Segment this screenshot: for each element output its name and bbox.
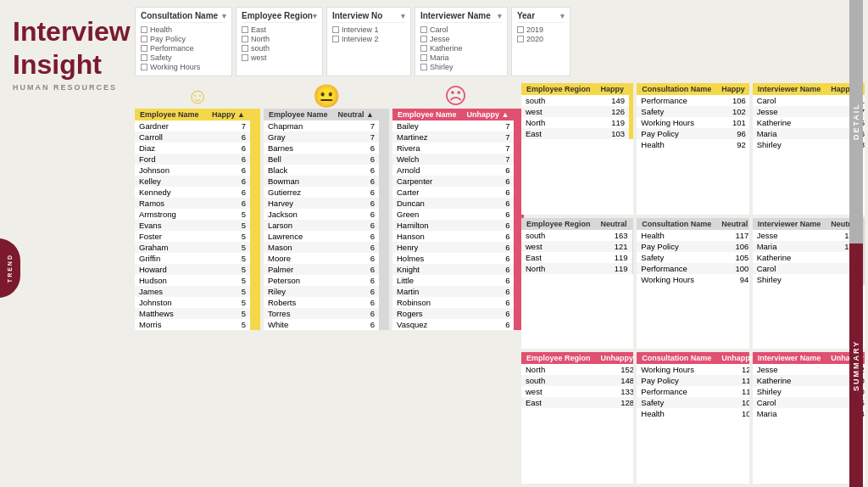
in-col1[interactable]: Interviewer Name (753, 218, 826, 230)
filter-consultation[interactable]: Consultation Name ▾ Health Pay Policy Pe… (135, 7, 232, 76)
filter-consultation-label: Consultation Name (141, 11, 218, 20)
neutral-col-value[interactable]: Neutral ▲ (333, 109, 379, 120)
filter-interview-arrow[interactable]: ▾ (401, 12, 405, 20)
filter-checkbox[interactable] (517, 26, 524, 33)
table-row: Safety102 (637, 106, 748, 117)
table-row: Foster5 (135, 231, 260, 242)
cn-col2[interactable]: Neutral (716, 218, 748, 230)
happy-col-name[interactable]: Employee Name (135, 109, 206, 120)
consult-neutral-container: Consultation Name Neutral Health117Pay P… (637, 218, 748, 350)
tables-area: ☺ Employee Name Happy ▲ Gardner7Carroll6… (131, 80, 868, 487)
rn-bar (632, 218, 634, 230)
filter-checkbox[interactable] (141, 64, 147, 70)
filter-checkbox[interactable] (420, 36, 427, 42)
unhappy-section: ☹ Employee Name Unhappy ▲ Bailey7Martine… (392, 83, 518, 484)
table-row: Carpenter6 (392, 176, 524, 187)
table-row: Kennedy6 (135, 187, 260, 198)
filter-interviewer-label: Interviewer Name (420, 11, 491, 20)
filter-checkbox[interactable] (141, 45, 147, 52)
table-row: Graham5 (135, 242, 260, 253)
unhappy-col-value[interactable]: Unhappy ▲ (462, 109, 515, 120)
filter-checkbox[interactable] (242, 45, 248, 52)
happy-col-bar-header (250, 109, 260, 120)
filter-checkbox[interactable] (420, 64, 427, 70)
table-row: Harvey6 (264, 198, 389, 209)
table-row: Hanson6 (392, 231, 524, 242)
filter-year[interactable]: Year ▾ 2019 2020 (511, 7, 570, 76)
table-row: Chapman7 (264, 120, 389, 132)
table-row: Arnold6 (392, 165, 524, 176)
rh-col2[interactable]: Happy (596, 83, 630, 95)
side-tabs-container: detail summary (844, 0, 868, 487)
table-row: Robinson6 (392, 297, 524, 308)
table-row: Black6 (264, 165, 389, 176)
table-row: Roberts6 (264, 297, 389, 308)
table-row: Little6 (392, 275, 524, 286)
filter-employee-region[interactable]: Employee Region ▾ East North south west (236, 7, 323, 76)
cu-col2[interactable]: Unhappy (716, 352, 748, 364)
table-row: Performance110 (637, 386, 748, 397)
happy-emoji: ☺ (135, 85, 260, 107)
unhappy-col-name[interactable]: Employee Name (392, 109, 462, 120)
iu-col1[interactable]: Interviewer Name (753, 352, 826, 364)
ch-col1[interactable]: Consultation Name (637, 83, 716, 95)
cn-col1[interactable]: Consultation Name (637, 218, 716, 230)
filter-checkbox[interactable] (242, 54, 248, 61)
table-row: Johnston5 (135, 297, 260, 308)
filter-checkbox[interactable] (141, 26, 147, 33)
table-row: Gray7 (264, 132, 389, 143)
happy-col-value[interactable]: Happy ▲ (206, 109, 250, 120)
rn-col1[interactable]: Employee Region (521, 218, 596, 230)
filter-checkbox[interactable] (332, 26, 339, 33)
filter-checkbox[interactable] (242, 36, 248, 42)
filter-checkbox[interactable] (141, 36, 147, 42)
rn-col2[interactable]: Neutral (596, 218, 632, 230)
table-row: south163 (521, 230, 633, 241)
table-row: Martin6 (392, 286, 524, 297)
consult-unhappy-table: Consultation Name Unhappy Working Hours1… (637, 352, 748, 419)
table-row: Hamilton6 (392, 220, 524, 231)
table-row: Ramos6 (135, 198, 260, 209)
detail-tab[interactable]: detail (849, 0, 863, 244)
filter-consultation-arrow[interactable]: ▾ (222, 12, 226, 20)
rh-col1[interactable]: Employee Region (521, 83, 596, 95)
filter-region-label: Employee Region (242, 11, 313, 20)
ch-col2[interactable]: Happy (716, 83, 748, 95)
filter-checkbox[interactable] (242, 26, 248, 33)
summary-tab[interactable]: summary (849, 244, 863, 487)
table-row: Matthews5 (135, 308, 260, 319)
filter-interviewer-arrow[interactable]: ▾ (498, 12, 502, 20)
cu-col1[interactable]: Consultation Name (637, 352, 716, 364)
table-row: Barnes6 (264, 143, 389, 154)
table-row: Morris5 (135, 319, 260, 330)
filter-checkbox[interactable] (517, 36, 524, 42)
trend-tab-label[interactable]: trend (7, 254, 13, 283)
ru-col2[interactable]: Unhappy (596, 352, 634, 364)
table-row: Rogers6 (392, 308, 524, 319)
filter-interviewer-name[interactable]: Interviewer Name ▾ Carol Jesse Katherine… (415, 7, 508, 76)
table-row: Palmer6 (264, 264, 389, 275)
filter-interview-no[interactable]: Interview No ▾ Interview 1 Interview 2 (326, 7, 411, 76)
table-row: East103 (521, 128, 633, 139)
filter-checkbox[interactable] (420, 54, 427, 61)
table-row: Johnson6 (135, 165, 260, 176)
table-row: East128 (521, 397, 633, 408)
unhappy-emoji: ☹ (392, 85, 518, 107)
filter-year-arrow[interactable]: ▾ (560, 12, 565, 20)
ru-col1[interactable]: Employee Region (521, 352, 596, 364)
consult-unhappy-container: Consultation Name Unhappy Working Hours1… (637, 352, 748, 484)
filter-checkbox[interactable] (420, 45, 427, 52)
filter-region-arrow[interactable]: ▾ (313, 12, 317, 20)
unhappy-table: Employee Name Unhappy ▲ Bailey7Martinez7… (392, 109, 524, 330)
neutral-col-name[interactable]: Employee Name (264, 109, 333, 120)
consult-happy-table: Consultation Name Happy Performance106Sa… (637, 83, 748, 150)
table-row: Welch7 (392, 154, 524, 165)
filter-checkbox[interactable] (332, 36, 339, 42)
ih-col1[interactable]: Interviewer Name (753, 83, 826, 95)
filter-row: Consultation Name ▾ Health Pay Policy Pe… (131, 0, 868, 80)
table-row: Martinez7 (392, 132, 524, 143)
filter-checkbox[interactable] (420, 26, 427, 33)
table-row: North119 (521, 263, 633, 274)
table-row: Holmes6 (392, 253, 524, 264)
filter-checkbox[interactable] (141, 54, 147, 61)
